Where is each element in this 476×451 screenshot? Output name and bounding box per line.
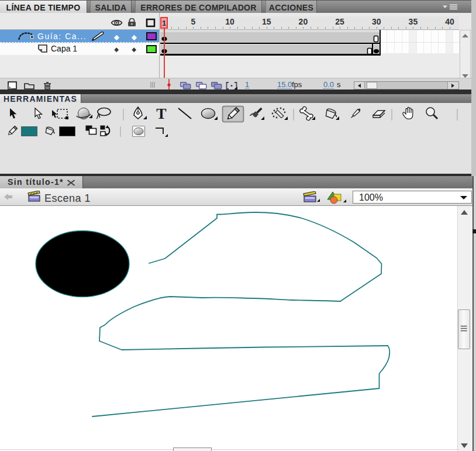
svg-text:T: T: [156, 105, 166, 122]
